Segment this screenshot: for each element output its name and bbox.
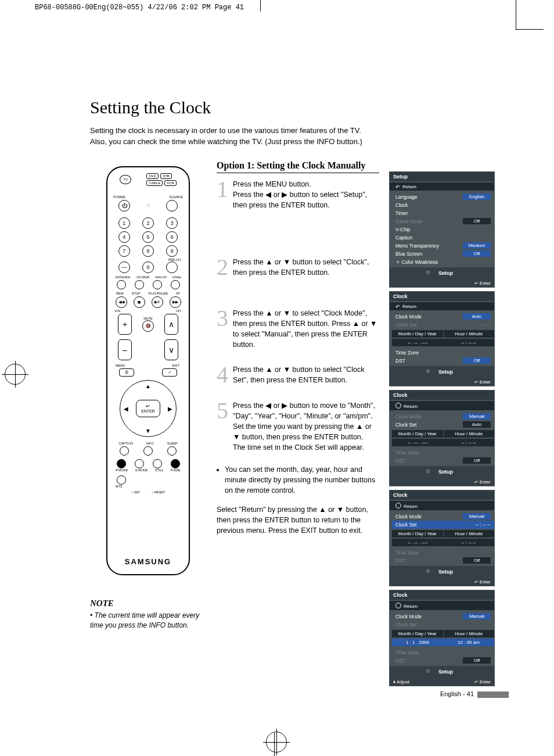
label-dnse: DNSe [172, 275, 181, 279]
label-reset: RESET [154, 490, 165, 494]
chmgr-button [135, 280, 144, 289]
color-blue [171, 459, 180, 468]
note-body: The current time will appear every time … [90, 611, 206, 631]
step-4-num: 4 [217, 363, 233, 386]
color-green [135, 459, 144, 468]
osd-clock-set: Clock Return Clock ModeManual Clock Set-… [390, 490, 494, 586]
intro-text: Setting the clock is necessary in order … [90, 126, 415, 148]
label-mute: MUTE [142, 317, 154, 320]
label-rew: REW [116, 292, 124, 295]
step-5-text: Press the ◀ or ▶ button to move to "Mont… [233, 400, 379, 453]
step-5-num: 5 [217, 399, 233, 453]
osd-setup-title: Setup [390, 172, 494, 181]
favch-button [153, 280, 162, 289]
gear-icon: ⚙ [426, 270, 430, 275]
gear-icon: ⚙ [426, 468, 430, 474]
step-5-bullet: You can set the month, day, year, hour a… [225, 464, 379, 496]
gear-icon: ⚙ [426, 368, 430, 374]
color-yellow [153, 459, 162, 468]
remote-cable: CABLE [146, 180, 163, 186]
vol-up-button: + [118, 314, 132, 335]
key-4: 4 [118, 231, 130, 243]
label-stop: STOP [132, 292, 141, 295]
power-icon: ⏻ [118, 200, 130, 212]
info-button [143, 446, 153, 456]
caption-button [120, 446, 129, 456]
osd-clock-values: Clock Return Clock ModeManual Clock Set … [390, 590, 494, 686]
label-antenna: ANTENNA [115, 275, 130, 279]
key-7: 7 [118, 245, 130, 257]
vol-down-button: – [118, 339, 132, 360]
exit-button: ⤶ [162, 368, 177, 377]
rewind-icon: ◀◀ [116, 296, 127, 308]
step-3-num: 3 [217, 307, 233, 350]
key-2: 2 [142, 217, 154, 229]
osd-setup: Setup ↶Return LanguageEnglish Clock Time… [390, 172, 494, 287]
play-pause-icon: ▶II [152, 296, 163, 308]
step-2-num: 2 [217, 256, 233, 279]
label-exit: EXIT [172, 364, 179, 367]
label-smode: S.MODE [135, 468, 148, 472]
dpad-right-icon: ▶ [168, 405, 172, 411]
remote-tv-button: TV [120, 175, 131, 184]
antenna-button [117, 280, 126, 289]
key-1: 1 [118, 217, 130, 229]
dpad-up-icon: ▲ [145, 383, 151, 389]
key-5: 5 [142, 231, 154, 243]
dnse-button [171, 280, 180, 289]
step-1-num: 1 [217, 178, 233, 210]
key-9: 9 [166, 245, 178, 257]
key-6: 6 [166, 231, 178, 243]
remote-illustration: TV DVD STB CABLE VCR POWER SOURCE [106, 166, 190, 575]
label-chmgr: CH MGR [136, 275, 149, 279]
source-button [166, 200, 178, 212]
led-dots: ∴ [143, 203, 153, 208]
step-2-text: Press the ▲ or ▼ button to select "Clock… [233, 257, 379, 279]
step-1-text: Press the MENU button.Press the ◀ or ▶ b… [233, 179, 379, 210]
label-mts: MTS [116, 485, 123, 488]
label-source: SOURCE [169, 195, 183, 199]
gear-icon: ⚙ [426, 568, 430, 574]
label-play: PLAY/PAUSE [149, 292, 168, 295]
key-prech [166, 261, 178, 273]
label-set: SET [134, 490, 140, 494]
page-title: Setting the Clock [90, 98, 508, 117]
gear-icon: ⚙ [426, 668, 430, 674]
remote-brand: SAMSUNG [107, 557, 189, 566]
label-ff: FF [176, 292, 180, 295]
color-red [117, 459, 126, 468]
print-header: BP68-00588G-00Eng(028~055) 4/22/06 2:02 … [35, 3, 244, 12]
label-ch: CH [176, 309, 181, 313]
remote-vcr: VCR [164, 180, 177, 186]
label-vol: VOL [114, 309, 121, 313]
key-0: 0 [142, 261, 154, 273]
label-psize: P.SIZE [171, 468, 181, 472]
enter-button: ↵ENTER [136, 400, 160, 417]
osd-clock-auto: Clock ↶Return Clock ModeAuto Clock Set--… [390, 292, 494, 386]
ch-up-button: ∧ [164, 314, 178, 335]
menu-button: ☰ [119, 368, 134, 377]
label-power: POWER [113, 195, 125, 199]
ff-icon: ▶▶ [170, 296, 181, 308]
stop-icon: ■ [134, 296, 145, 308]
key-8: 8 [142, 245, 154, 257]
label-menu: MENU [116, 364, 125, 367]
dpad-down-icon: ▼ [145, 428, 151, 434]
step-3-text: Press the ▲ or ▼ to select "Clock Mode",… [233, 308, 379, 350]
sleep-button [167, 446, 177, 456]
dpad: ▲ ▼ ◀ ▶ ↵ENTER [120, 380, 177, 437]
option-title: Option 1: Setting the Clock Manually [217, 160, 379, 173]
remote-dvd: DVD [146, 173, 159, 179]
page-number: English - 41 [440, 690, 509, 698]
label-favch: FAV.CH [156, 275, 167, 279]
step-4-text: Press the ▲ or ▼ button to select "Clock… [233, 364, 379, 386]
note-title: NOTE [90, 599, 206, 608]
label-info: INFO [146, 442, 154, 445]
mts-button [117, 475, 126, 485]
label-sleep: SLEEP [167, 442, 178, 445]
step-5-trail: Select "Return" by pressing the ▲ or ▼ b… [217, 504, 379, 536]
remote-stb: STB [160, 173, 172, 179]
mute-icon: 🔇 [142, 320, 154, 332]
key-dash: — [118, 261, 130, 273]
dpad-left-icon: ◀ [124, 405, 128, 411]
